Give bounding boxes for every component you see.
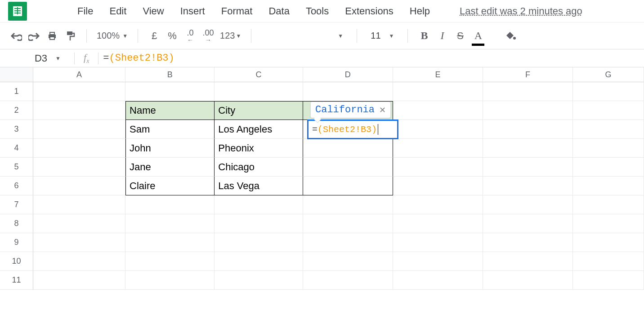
- cell-G7[interactable]: [573, 195, 644, 214]
- increase-decimal-button[interactable]: .00→: [202, 28, 215, 44]
- cell-E7[interactable]: [393, 195, 483, 214]
- cell-A5[interactable]: [33, 158, 125, 177]
- percent-button[interactable]: %: [166, 28, 179, 44]
- select-all-corner[interactable]: [0, 67, 33, 82]
- cell-F4[interactable]: [483, 139, 573, 158]
- cell-C6[interactable]: Las Vega: [215, 177, 303, 195]
- text-color-button[interactable]: A: [472, 28, 484, 44]
- menu-insert[interactable]: Insert: [180, 5, 205, 17]
- cell-E3[interactable]: [393, 120, 483, 139]
- cell-F10[interactable]: [483, 252, 573, 271]
- cell-D7[interactable]: [303, 195, 393, 214]
- cell-B7[interactable]: [125, 195, 215, 214]
- cell-G2[interactable]: [573, 101, 644, 120]
- col-header-E[interactable]: E: [393, 67, 483, 82]
- col-header-C[interactable]: C: [215, 67, 303, 82]
- row-header-9[interactable]: 9: [0, 233, 33, 252]
- row-header-8[interactable]: 8: [0, 214, 33, 233]
- cell-editor-D3[interactable]: =(Sheet2!B3): [307, 120, 398, 139]
- row-header-5[interactable]: 5: [0, 158, 33, 177]
- cell-G6[interactable]: [573, 177, 644, 195]
- cell-F7[interactable]: [483, 195, 573, 214]
- menu-format[interactable]: Format: [221, 5, 253, 17]
- cell-A4[interactable]: [33, 139, 125, 158]
- col-header-G[interactable]: G: [573, 67, 644, 82]
- col-header-D[interactable]: D: [303, 67, 393, 82]
- cell-C11[interactable]: [215, 271, 303, 290]
- cell-G9[interactable]: [573, 233, 644, 252]
- cell-A7[interactable]: [33, 195, 125, 214]
- cell-G5[interactable]: [573, 158, 644, 177]
- cell-E9[interactable]: [393, 233, 483, 252]
- row-header-11[interactable]: 11: [0, 271, 33, 290]
- cell-B8[interactable]: [125, 214, 215, 233]
- cell-B3[interactable]: Sam: [125, 120, 215, 139]
- cell-B2[interactable]: Name: [125, 101, 215, 120]
- cell-G11[interactable]: [573, 271, 644, 290]
- menu-help[interactable]: Help: [410, 5, 430, 17]
- col-header-F[interactable]: F: [483, 67, 573, 82]
- cell-C10[interactable]: [215, 252, 303, 271]
- cell-E8[interactable]: [393, 214, 483, 233]
- menu-data[interactable]: Data: [268, 5, 289, 17]
- cell-A2[interactable]: [33, 101, 125, 120]
- cell-B5[interactable]: Jane: [125, 158, 215, 177]
- cell-A9[interactable]: [33, 233, 125, 252]
- cell-B11[interactable]: [125, 271, 215, 290]
- cell-E5[interactable]: [393, 158, 483, 177]
- cell-A11[interactable]: [33, 271, 125, 290]
- cell-F6[interactable]: [483, 177, 573, 195]
- cell-D6[interactable]: [303, 177, 393, 195]
- strike-button[interactable]: S: [454, 28, 466, 44]
- cell-A1[interactable]: [33, 82, 125, 101]
- cell-D11[interactable]: [303, 271, 393, 290]
- cell-C8[interactable]: [215, 214, 303, 233]
- zoom-select[interactable]: 100%▼: [97, 28, 128, 44]
- redo-button[interactable]: [28, 28, 40, 44]
- fill-color-button[interactable]: [504, 28, 517, 44]
- cell-E2[interactable]: [393, 101, 483, 120]
- cell-C1[interactable]: [215, 82, 303, 101]
- cell-C5[interactable]: Chicago: [215, 158, 303, 177]
- decrease-decimal-button[interactable]: .0←: [184, 28, 197, 44]
- cell-F9[interactable]: [483, 233, 573, 252]
- last-edit-link[interactable]: Last edit was 2 minutes ago: [460, 5, 582, 17]
- cell-E10[interactable]: [393, 252, 483, 271]
- cell-B9[interactable]: [125, 233, 215, 252]
- cell-E11[interactable]: [393, 271, 483, 290]
- cell-D8[interactable]: [303, 214, 393, 233]
- cell-F1[interactable]: [483, 82, 573, 101]
- more-formats-button[interactable]: 123▼: [220, 28, 241, 44]
- row-header-10[interactable]: 10: [0, 252, 33, 271]
- cell-B1[interactable]: [125, 82, 215, 101]
- cell-F8[interactable]: [483, 214, 573, 233]
- cell-A10[interactable]: [33, 252, 125, 271]
- cell-F11[interactable]: [483, 271, 573, 290]
- cell-A6[interactable]: [33, 177, 125, 195]
- menu-extensions[interactable]: Extensions: [345, 5, 394, 17]
- cell-C3[interactable]: Los Angeles: [215, 120, 303, 139]
- cell-F3[interactable]: [483, 120, 573, 139]
- cell-G3[interactable]: [573, 120, 644, 139]
- undo-button[interactable]: [10, 28, 22, 44]
- font-size-select[interactable]: 11▼: [367, 28, 398, 44]
- cell-F2[interactable]: [483, 101, 573, 120]
- cell-B6[interactable]: Claire: [125, 177, 215, 195]
- tooltip-close-icon[interactable]: ✕: [379, 105, 386, 115]
- bold-button[interactable]: B: [418, 28, 430, 44]
- col-header-A[interactable]: A: [33, 67, 125, 82]
- formula-input[interactable]: =(Sheet2!B3): [103, 53, 644, 64]
- cell-D1[interactable]: [303, 82, 393, 101]
- row-header-3[interactable]: 3: [0, 120, 33, 139]
- cell-C9[interactable]: [215, 233, 303, 252]
- cell-C7[interactable]: [215, 195, 303, 214]
- font-family-dropdown[interactable]: ▼: [334, 28, 347, 44]
- cell-B10[interactable]: [125, 252, 215, 271]
- cell-F5[interactable]: [483, 158, 573, 177]
- cell-E4[interactable]: [393, 139, 483, 158]
- col-header-B[interactable]: B: [125, 67, 215, 82]
- cell-B4[interactable]: John: [125, 139, 215, 158]
- menu-file[interactable]: File: [77, 5, 93, 17]
- row-header-2[interactable]: 2: [0, 101, 33, 120]
- cell-D4[interactable]: [303, 139, 393, 158]
